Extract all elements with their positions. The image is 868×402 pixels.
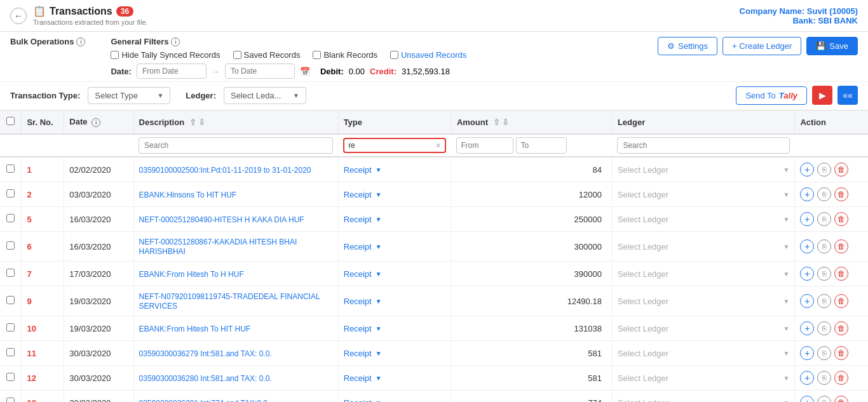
calendar-icon[interactable]: 📅 [300, 67, 310, 76]
row-checkbox[interactable] [6, 241, 15, 250]
copy-button[interactable]: ⎘ [817, 371, 831, 385]
row-type-dropdown[interactable]: Receipt ▼ [344, 297, 446, 306]
ledger-dropdown[interactable]: Select Leda... ▼ [224, 87, 306, 104]
row-ledger-dropdown[interactable]: Select Ledger ▼ [618, 349, 790, 358]
row-checkbox-cell[interactable] [0, 207, 22, 232]
row-number[interactable]: 7 [27, 269, 31, 279]
blank-records-checkbox[interactable] [313, 51, 321, 59]
delete-button[interactable]: 🗑 [834, 396, 848, 402]
ledger-search-input[interactable] [617, 137, 790, 154]
add-button[interactable]: + [800, 371, 814, 385]
row-ledger-dropdown[interactable]: Select Ledger ▼ [618, 215, 790, 224]
saved-records-filter[interactable]: Saved Records [233, 50, 301, 60]
row-type-dropdown[interactable]: Receipt ▼ [344, 398, 446, 403]
amount-sort-asc-icon[interactable]: ⇧ [493, 117, 500, 127]
desc-sort-desc-icon[interactable]: ⇩ [198, 117, 205, 127]
delete-button[interactable]: 🗑 [834, 371, 848, 385]
copy-button[interactable]: ⎘ [817, 346, 831, 360]
row-number[interactable]: 1 [27, 165, 31, 175]
create-ledger-button[interactable]: + Create Ledger [722, 37, 801, 55]
amount-from-input[interactable] [456, 137, 513, 154]
row-checkbox-cell[interactable] [0, 391, 22, 403]
copy-button[interactable]: ⎘ [817, 187, 831, 201]
add-button[interactable]: + [800, 294, 814, 308]
delete-button[interactable]: 🗑 [834, 267, 848, 281]
blank-records-filter[interactable]: Blank Records [313, 50, 377, 60]
to-date-input[interactable] [225, 64, 295, 79]
unsaved-records-checkbox[interactable] [390, 51, 398, 59]
row-checkbox-cell[interactable] [0, 157, 22, 182]
delete-button[interactable]: 🗑 [834, 239, 848, 253]
copy-button[interactable]: ⎘ [817, 396, 831, 402]
row-checkbox[interactable] [6, 398, 15, 402]
save-button[interactable]: 💾 Save [806, 37, 858, 55]
add-button[interactable]: + [800, 396, 814, 402]
row-checkbox-cell[interactable] [0, 341, 22, 366]
row-type-dropdown[interactable]: Receipt ▼ [344, 242, 446, 251]
row-ledger-dropdown[interactable]: Select Ledger ▼ [618, 373, 790, 383]
copy-button[interactable]: ⎘ [817, 239, 831, 253]
bulk-ops-info-icon[interactable]: i [76, 37, 85, 46]
row-checkbox-cell[interactable] [0, 366, 22, 391]
row-ledger-dropdown[interactable]: Select Ledger ▼ [618, 165, 790, 175]
row-checkbox-cell[interactable] [0, 262, 22, 286]
row-type-dropdown[interactable]: Receipt ▼ [344, 349, 446, 358]
saved-records-checkbox[interactable] [233, 51, 241, 59]
row-ledger-dropdown[interactable]: Select Ledger ▼ [618, 297, 790, 306]
row-checkbox-cell[interactable] [0, 232, 22, 262]
add-button[interactable]: + [800, 212, 814, 226]
add-button[interactable]: + [800, 187, 814, 201]
add-button[interactable]: + [800, 321, 814, 335]
amount-sort-desc-icon[interactable]: ⇩ [502, 117, 509, 127]
row-checkbox-cell[interactable] [0, 286, 22, 316]
row-checkbox[interactable] [6, 189, 15, 198]
row-ledger-dropdown[interactable]: Select Ledger ▼ [618, 324, 790, 333]
add-button[interactable]: + [800, 267, 814, 281]
row-type-dropdown[interactable]: Receipt ▼ [344, 165, 446, 175]
row-type-dropdown[interactable]: Receipt ▼ [344, 269, 446, 279]
copy-button[interactable]: ⎘ [817, 294, 831, 308]
add-button[interactable]: + [800, 239, 814, 253]
row-checkbox[interactable] [6, 323, 15, 332]
amount-to-input[interactable] [516, 137, 567, 154]
select-all-checkbox[interactable] [6, 117, 15, 125]
row-number[interactable]: 12 [27, 373, 36, 383]
copy-button[interactable]: ⎘ [817, 212, 831, 226]
delete-button[interactable]: 🗑 [834, 321, 848, 335]
copy-button[interactable]: ⎘ [817, 321, 831, 335]
row-number[interactable]: 11 [27, 349, 36, 358]
row-checkbox-cell[interactable] [0, 316, 22, 341]
transaction-type-dropdown[interactable]: Select Type ▼ [88, 87, 170, 104]
description-search-input[interactable] [139, 137, 333, 154]
settings-button[interactable]: ⚙ Settings [658, 37, 717, 55]
back-button[interactable]: ← [10, 8, 27, 24]
row-type-dropdown[interactable]: Receipt ▼ [344, 324, 446, 333]
row-checkbox[interactable] [6, 348, 15, 356]
delete-button[interactable]: 🗑 [834, 212, 848, 226]
send-to-tally-button[interactable]: Send To Tally [736, 86, 807, 105]
type-search-clear-icon[interactable]: ✕ [435, 142, 441, 150]
row-number[interactable]: 9 [27, 297, 31, 306]
row-checkbox[interactable] [6, 164, 15, 173]
delete-button[interactable]: 🗑 [834, 346, 848, 360]
row-ledger-dropdown[interactable]: Select Ledger ▼ [618, 398, 790, 403]
row-checkbox-cell[interactable] [0, 182, 22, 207]
row-ledger-dropdown[interactable]: Select Ledger ▼ [618, 242, 790, 251]
delete-button[interactable]: 🗑 [834, 163, 848, 177]
desc-sort-asc-icon[interactable]: ⇧ [189, 117, 196, 127]
row-number[interactable]: 10 [27, 324, 36, 333]
row-checkbox[interactable] [6, 373, 15, 381]
collapse-button[interactable]: «« [837, 86, 858, 105]
row-type-dropdown[interactable]: Receipt ▼ [344, 373, 446, 383]
copy-button[interactable]: ⎘ [817, 163, 831, 177]
row-ledger-dropdown[interactable]: Select Ledger ▼ [618, 190, 790, 199]
hide-tally-checkbox[interactable] [111, 51, 119, 59]
date-info-icon[interactable]: i [92, 118, 100, 127]
row-ledger-dropdown[interactable]: Select Ledger ▼ [618, 269, 790, 279]
row-type-dropdown[interactable]: Receipt ▼ [344, 190, 446, 199]
row-number[interactable]: 5 [27, 215, 31, 224]
row-checkbox[interactable] [6, 296, 15, 304]
select-all-header[interactable] [0, 111, 22, 134]
unsaved-records-filter[interactable]: Unsaved Records [390, 50, 466, 60]
youtube-button[interactable]: ▶ [812, 86, 832, 105]
